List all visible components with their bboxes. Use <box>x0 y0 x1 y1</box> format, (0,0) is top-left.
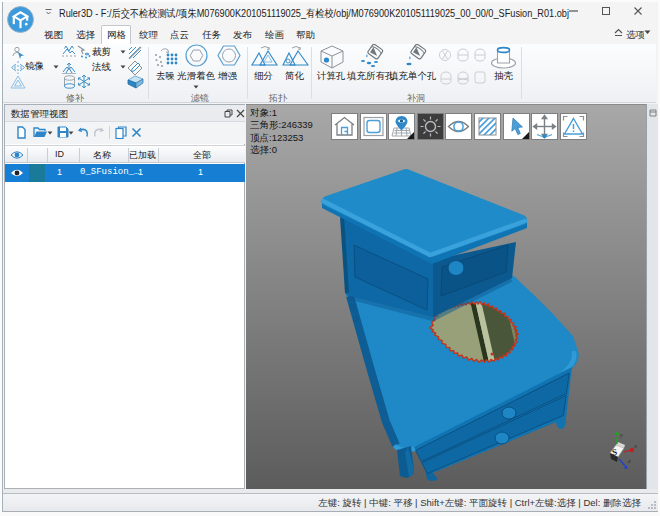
svg-text:x: x <box>633 442 638 450</box>
svg-text:y: y <box>619 431 624 439</box>
svg-text:z: z <box>627 457 631 465</box>
